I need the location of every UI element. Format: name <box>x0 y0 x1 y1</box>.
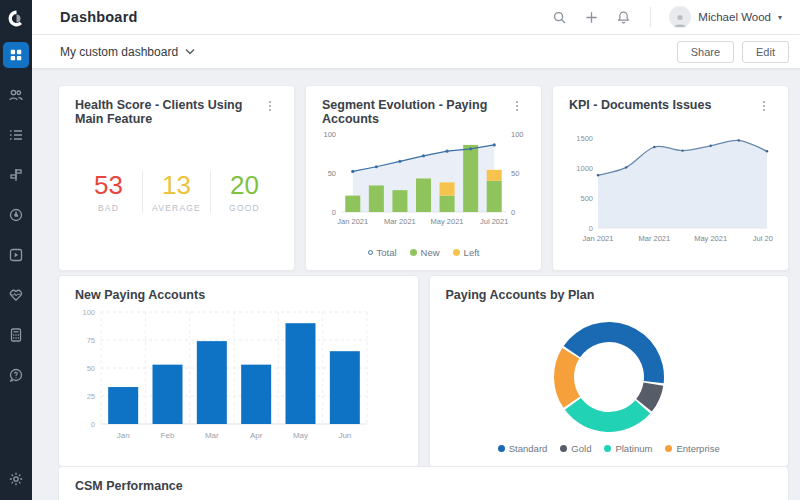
svg-text:Apr: Apr <box>250 431 263 440</box>
sidebar-item-tasks[interactable] <box>3 122 29 148</box>
tasks-list-icon <box>8 127 24 143</box>
dashboard-selector-label: My custom dashboard <box>60 45 178 59</box>
bar-segment <box>440 182 455 195</box>
card-menu-button[interactable] <box>509 98 525 114</box>
legend-label: New <box>421 247 440 258</box>
combo-chart-svg: 005050100100Jan 2021Mar 2021May 2021Jul … <box>321 126 526 240</box>
dashboard-selector[interactable]: My custom dashboard <box>60 45 195 59</box>
svg-text:50: 50 <box>511 169 519 178</box>
segment-evolution-chart: 005050100100Jan 2021Mar 2021May 2021Jul … <box>321 126 526 244</box>
card-title: Segment Evolution - Paying Accounts <box>322 98 509 126</box>
caret-down-icon: ▾ <box>778 13 782 22</box>
notifications-button[interactable] <box>614 8 632 26</box>
svg-text:50: 50 <box>328 169 336 178</box>
paying-accounts-by-plan-chart <box>550 318 668 440</box>
share-button[interactable]: Share <box>677 41 734 63</box>
card-title: Paying Accounts by Plan <box>446 288 595 302</box>
svg-text:100: 100 <box>82 308 95 317</box>
chevron-down-icon <box>185 48 195 55</box>
legend-item[interactable]: Enterprise <box>665 443 719 454</box>
stat-label: AVERAGE <box>143 203 210 213</box>
stat-average: 13 AVERAGE <box>142 171 210 213</box>
card-segment-evolution: Segment Evolution - Paying Accounts 0050… <box>305 85 542 271</box>
settings-gear-icon <box>8 471 24 487</box>
stat-label: GOOD <box>211 203 278 213</box>
legend-label: Gold <box>571 443 591 454</box>
donut-slice-platinum <box>565 398 650 432</box>
chart-legend: StandardGoldPlatinumEnterprise <box>498 443 720 454</box>
svg-text:0: 0 <box>91 420 95 429</box>
legend-item[interactable]: Left <box>453 247 480 258</box>
sidebar-item-help[interactable] <box>3 362 29 388</box>
legend-marker <box>665 445 672 452</box>
logo-icon <box>6 8 27 29</box>
svg-text:Mar 2021: Mar 2021 <box>638 234 670 243</box>
svg-text:May: May <box>293 431 308 440</box>
user-name: Michael Wood <box>698 11 771 23</box>
bar <box>108 387 138 424</box>
card-menu-button[interactable] <box>756 98 772 114</box>
svg-text:May 2021: May 2021 <box>694 234 727 243</box>
svg-text:Mar 2021: Mar 2021 <box>384 217 416 226</box>
svg-text:100: 100 <box>511 130 524 139</box>
sidebar-item-calculations[interactable] <box>3 322 29 348</box>
page-title: Dashboard <box>60 9 138 25</box>
person-icon <box>672 12 688 28</box>
area-chart-svg: 050010001500Jan 2021Mar 2021May 2021Jul … <box>568 124 773 254</box>
help-chat-icon <box>8 367 24 383</box>
bar <box>153 365 183 424</box>
sidebar <box>0 0 32 500</box>
bar-chart-svg: 0255075100JanFebMarAprMayJun <box>75 302 375 450</box>
card-health-score: Health Score - Clients Using Main Featur… <box>58 85 295 271</box>
lifecycle-target-icon <box>8 207 24 223</box>
app-logo[interactable] <box>0 0 32 36</box>
sidebar-item-milestones[interactable] <box>3 162 29 188</box>
chart-legend: TotalNewLeft <box>368 247 480 258</box>
legend-item[interactable]: Standard <box>498 443 548 454</box>
sidebar-item-lifecycle[interactable] <box>3 202 29 228</box>
sidebar-item-customers[interactable] <box>3 82 29 108</box>
bar-segment <box>369 185 384 212</box>
legend-item[interactable]: Gold <box>560 443 591 454</box>
user-menu[interactable]: Michael Wood ▾ <box>669 6 782 28</box>
bar-segment <box>463 145 478 212</box>
bar-segment <box>487 170 502 181</box>
card-menu-button[interactable] <box>262 98 278 114</box>
svg-text:Jan 2021: Jan 2021 <box>583 234 614 243</box>
search-button[interactable] <box>550 8 568 26</box>
legend-marker <box>410 249 417 256</box>
edit-button[interactable]: Edit <box>742 41 789 63</box>
svg-text:Jul 2021: Jul 2021 <box>753 234 773 243</box>
health-heart-icon <box>8 287 24 303</box>
svg-text:Jun: Jun <box>338 431 351 440</box>
legend-item[interactable]: Total <box>368 247 397 258</box>
header-divider <box>650 7 651 27</box>
sidebar-item-playbooks[interactable] <box>3 242 29 268</box>
add-button[interactable] <box>582 8 600 26</box>
stat-value: 20 <box>211 171 278 200</box>
svg-text:75: 75 <box>87 336 95 345</box>
bar-segment <box>416 178 431 212</box>
new-paying-accounts-chart: 0255075100JanFebMarAprMayJun <box>75 302 375 454</box>
user-avatar <box>669 6 691 28</box>
sidebar-item-dashboards[interactable] <box>3 42 29 68</box>
sidebar-item-settings[interactable] <box>3 466 29 492</box>
bar <box>286 323 316 424</box>
legend-label: Left <box>464 247 480 258</box>
svg-text:Jan 2021: Jan 2021 <box>337 217 368 226</box>
donut-slice-enterprise <box>554 348 580 408</box>
users-icon <box>8 87 24 103</box>
svg-text:1500: 1500 <box>576 134 593 143</box>
legend-marker <box>368 250 373 255</box>
legend-marker <box>604 445 611 452</box>
svg-text:Mar: Mar <box>205 431 219 440</box>
legend-item[interactable]: Platinum <box>604 443 652 454</box>
stat-good: 20 GOOD <box>210 171 278 213</box>
sidebar-item-health[interactable] <box>3 282 29 308</box>
bar <box>197 341 227 424</box>
kebab-icon <box>757 99 771 113</box>
legend-item[interactable]: New <box>410 247 440 258</box>
card-title: Health Score - Clients Using Main Featur… <box>75 98 262 126</box>
svg-text:0: 0 <box>511 208 515 217</box>
stat-value: 53 <box>75 171 142 200</box>
